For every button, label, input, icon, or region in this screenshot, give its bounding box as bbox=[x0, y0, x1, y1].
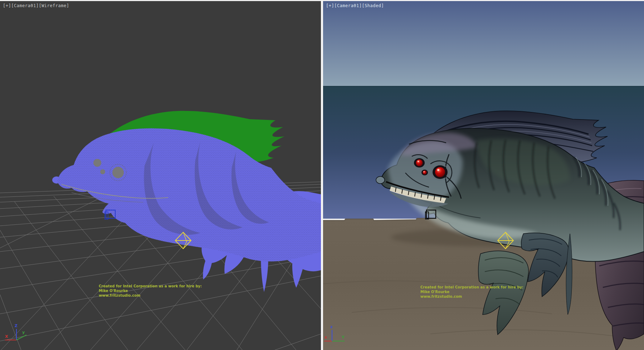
eye-large bbox=[112, 167, 124, 178]
viewport-shaded[interactable]: x z Y [+][Camera01][Shaded] Created for … bbox=[323, 1, 644, 350]
snout-nub bbox=[376, 176, 385, 184]
viewport-label-wireframe[interactable]: [+][Camera01][Wireframe] bbox=[3, 3, 69, 8]
eye-tiny bbox=[423, 171, 427, 175]
watermark-line1: Created for Intel Corporation as a work … bbox=[99, 284, 202, 288]
watermark-line2: Mike O'Rourke bbox=[99, 288, 202, 293]
axis-x-label: X bbox=[5, 334, 8, 339]
sky bbox=[323, 1, 644, 86]
eye-tiny bbox=[100, 169, 105, 174]
watermark-line3: www.fritzstudio.com bbox=[99, 293, 202, 298]
axis-y-label: Y bbox=[341, 335, 345, 340]
eye-small bbox=[93, 159, 101, 167]
viewport-area: X Z y [+][Camera01][Wireframe] Created f… bbox=[0, 0, 644, 350]
axis-z-label: Z bbox=[15, 324, 18, 328]
eye-small bbox=[416, 160, 423, 166]
viewport-label-shaded[interactable]: [+][Camera01][Shaded] bbox=[326, 3, 384, 8]
watermark-line3: www.fritzstudio.com bbox=[420, 294, 523, 299]
watermark-line1: Created for Intel Corporation as a work … bbox=[420, 285, 523, 290]
watermark-text: Created for Intel Corporation as a work … bbox=[99, 284, 202, 298]
axis-z-label: z bbox=[330, 325, 332, 329]
watermark-text: Created for Intel Corporation as a work … bbox=[420, 285, 523, 299]
eye-large bbox=[435, 167, 445, 177]
viewport-wireframe[interactable]: X Z y [+][Camera01][Wireframe] Created f… bbox=[0, 1, 321, 350]
watermark-line2: Mike O'Rourke bbox=[420, 290, 523, 294]
axis-x-label: x bbox=[325, 335, 327, 340]
axis-y-label: y bbox=[22, 330, 25, 335]
